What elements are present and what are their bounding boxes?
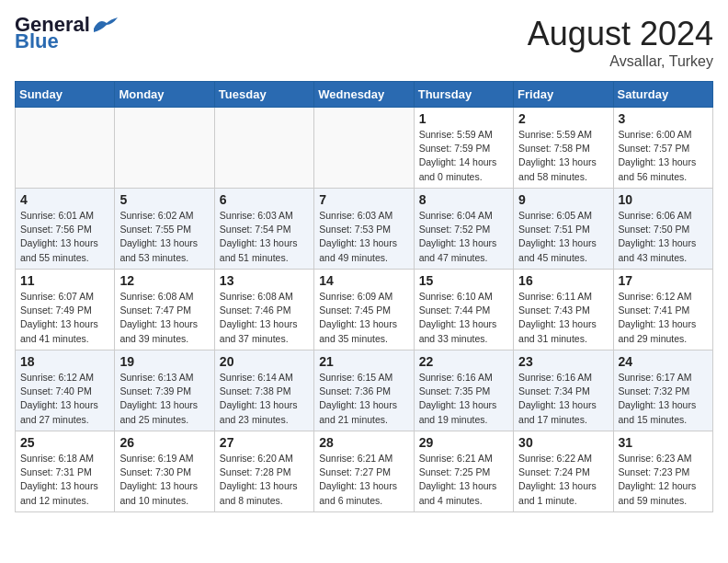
- day-number: 10: [619, 192, 708, 207]
- day-info: Sunrise: 6:07 AMSunset: 7:49 PMDaylight:…: [20, 290, 109, 346]
- day-info: Sunrise: 6:16 AMSunset: 7:34 PMDaylight:…: [518, 371, 608, 427]
- day-info: Sunrise: 5:59 AMSunset: 7:59 PMDaylight:…: [419, 128, 508, 184]
- day-info: Sunrise: 6:12 AMSunset: 7:41 PMDaylight:…: [619, 290, 708, 346]
- day-cell: 20 Sunrise: 6:14 AMSunset: 7:38 PMDaylig…: [214, 350, 313, 431]
- week-row-4: 18 Sunrise: 6:12 AMSunset: 7:40 PMDaylig…: [16, 350, 713, 431]
- day-number: 22: [419, 354, 508, 369]
- day-info: Sunrise: 6:05 AMSunset: 7:51 PMDaylight:…: [518, 209, 608, 265]
- day-number: 4: [20, 192, 109, 207]
- day-cell: 29 Sunrise: 6:21 AMSunset: 7:25 PMDaylig…: [414, 431, 513, 512]
- day-cell: 9 Sunrise: 6:05 AMSunset: 7:51 PMDayligh…: [514, 189, 613, 270]
- day-cell: 18 Sunrise: 6:12 AMSunset: 7:40 PMDaylig…: [16, 350, 115, 431]
- day-number: 5: [119, 192, 209, 207]
- day-cell: 11 Sunrise: 6:07 AMSunset: 7:49 PMDaylig…: [16, 270, 115, 350]
- logo-blue: Blue: [15, 31, 59, 52]
- day-number: 9: [518, 192, 608, 207]
- day-info: Sunrise: 6:16 AMSunset: 7:35 PMDaylight:…: [419, 371, 508, 427]
- day-cell: 2 Sunrise: 5:59 AMSunset: 7:58 PMDayligh…: [514, 108, 613, 189]
- day-cell: 25 Sunrise: 6:18 AMSunset: 7:31 PMDaylig…: [16, 431, 115, 512]
- day-cell: [16, 108, 115, 189]
- day-cell: 3 Sunrise: 6:00 AMSunset: 7:57 PMDayligh…: [613, 108, 712, 189]
- weekday-header-wednesday: Wednesday: [314, 82, 414, 108]
- day-info: Sunrise: 5:59 AMSunset: 7:58 PMDaylight:…: [518, 128, 608, 184]
- day-info: Sunrise: 6:03 AMSunset: 7:53 PMDaylight:…: [319, 209, 408, 265]
- day-cell: 1 Sunrise: 5:59 AMSunset: 7:59 PMDayligh…: [414, 108, 513, 189]
- header: General Blue August 2024 Avsallar, Turke…: [15, 15, 713, 70]
- weekday-header-saturday: Saturday: [613, 82, 712, 108]
- day-number: 14: [319, 273, 408, 288]
- day-info: Sunrise: 6:02 AMSunset: 7:55 PMDaylight:…: [119, 209, 209, 265]
- day-number: 7: [319, 192, 408, 207]
- day-cell: [314, 108, 414, 189]
- weekday-header-monday: Monday: [115, 82, 214, 108]
- week-row-3: 11 Sunrise: 6:07 AMSunset: 7:49 PMDaylig…: [16, 270, 713, 350]
- day-cell: 7 Sunrise: 6:03 AMSunset: 7:53 PMDayligh…: [314, 189, 414, 270]
- day-cell: 13 Sunrise: 6:08 AMSunset: 7:46 PMDaylig…: [214, 270, 313, 350]
- day-info: Sunrise: 6:15 AMSunset: 7:36 PMDaylight:…: [319, 371, 408, 427]
- day-cell: 27 Sunrise: 6:20 AMSunset: 7:28 PMDaylig…: [214, 431, 313, 512]
- day-info: Sunrise: 6:12 AMSunset: 7:40 PMDaylight:…: [20, 371, 109, 427]
- weekday-header-tuesday: Tuesday: [214, 82, 313, 108]
- day-number: 18: [20, 354, 109, 369]
- day-info: Sunrise: 6:17 AMSunset: 7:32 PMDaylight:…: [619, 371, 708, 427]
- day-number: 16: [518, 273, 608, 288]
- day-info: Sunrise: 6:08 AMSunset: 7:46 PMDaylight:…: [220, 290, 309, 346]
- day-info: Sunrise: 6:03 AMSunset: 7:54 PMDaylight:…: [220, 209, 309, 265]
- day-number: 13: [220, 273, 309, 288]
- day-number: 21: [319, 354, 408, 369]
- week-row-2: 4 Sunrise: 6:01 AMSunset: 7:56 PMDayligh…: [16, 189, 713, 270]
- title-area: August 2024 Avsallar, Turkey: [528, 15, 713, 70]
- weekday-header-friday: Friday: [514, 82, 613, 108]
- day-number: 26: [119, 435, 209, 450]
- day-cell: 17 Sunrise: 6:12 AMSunset: 7:41 PMDaylig…: [613, 270, 712, 350]
- day-number: 20: [220, 354, 309, 369]
- day-number: 23: [518, 354, 608, 369]
- month-title: August 2024: [528, 15, 713, 53]
- day-cell: 5 Sunrise: 6:02 AMSunset: 7:55 PMDayligh…: [115, 189, 214, 270]
- day-number: 24: [619, 354, 708, 369]
- day-number: 30: [518, 435, 608, 450]
- day-cell: 19 Sunrise: 6:13 AMSunset: 7:39 PMDaylig…: [115, 350, 214, 431]
- day-cell: 10 Sunrise: 6:06 AMSunset: 7:50 PMDaylig…: [613, 189, 712, 270]
- day-info: Sunrise: 6:21 AMSunset: 7:25 PMDaylight:…: [419, 452, 508, 508]
- day-info: Sunrise: 6:22 AMSunset: 7:24 PMDaylight:…: [518, 452, 608, 508]
- day-number: 25: [20, 435, 109, 450]
- day-info: Sunrise: 6:01 AMSunset: 7:56 PMDaylight:…: [20, 209, 109, 265]
- day-number: 19: [119, 354, 209, 369]
- day-cell: 6 Sunrise: 6:03 AMSunset: 7:54 PMDayligh…: [214, 189, 313, 270]
- day-cell: 30 Sunrise: 6:22 AMSunset: 7:24 PMDaylig…: [514, 431, 613, 512]
- day-cell: [214, 108, 313, 189]
- day-number: 3: [619, 111, 708, 126]
- day-cell: 26 Sunrise: 6:19 AMSunset: 7:30 PMDaylig…: [115, 431, 214, 512]
- day-number: 2: [518, 111, 608, 126]
- day-info: Sunrise: 6:11 AMSunset: 7:43 PMDaylight:…: [518, 290, 608, 346]
- day-info: Sunrise: 6:04 AMSunset: 7:52 PMDaylight:…: [419, 209, 508, 265]
- day-cell: 12 Sunrise: 6:08 AMSunset: 7:47 PMDaylig…: [115, 270, 214, 350]
- location: Avsallar, Turkey: [528, 53, 713, 70]
- day-cell: 8 Sunrise: 6:04 AMSunset: 7:52 PMDayligh…: [414, 189, 513, 270]
- day-cell: 14 Sunrise: 6:09 AMSunset: 7:45 PMDaylig…: [314, 270, 414, 350]
- weekday-header-row: SundayMondayTuesdayWednesdayThursdayFrid…: [16, 82, 713, 108]
- day-number: 15: [419, 273, 508, 288]
- day-cell: 21 Sunrise: 6:15 AMSunset: 7:36 PMDaylig…: [314, 350, 414, 431]
- day-number: 8: [419, 192, 508, 207]
- day-cell: 16 Sunrise: 6:11 AMSunset: 7:43 PMDaylig…: [514, 270, 613, 350]
- day-info: Sunrise: 6:09 AMSunset: 7:45 PMDaylight:…: [319, 290, 408, 346]
- day-info: Sunrise: 6:06 AMSunset: 7:50 PMDaylight:…: [619, 209, 708, 265]
- day-number: 17: [619, 273, 708, 288]
- day-info: Sunrise: 6:19 AMSunset: 7:30 PMDaylight:…: [119, 452, 209, 508]
- day-info: Sunrise: 6:14 AMSunset: 7:38 PMDaylight:…: [220, 371, 309, 427]
- day-number: 29: [419, 435, 508, 450]
- day-number: 31: [619, 435, 708, 450]
- day-info: Sunrise: 6:23 AMSunset: 7:23 PMDaylight:…: [619, 452, 708, 508]
- week-row-5: 25 Sunrise: 6:18 AMSunset: 7:31 PMDaylig…: [16, 431, 713, 512]
- day-cell: 24 Sunrise: 6:17 AMSunset: 7:32 PMDaylig…: [613, 350, 712, 431]
- weekday-header-thursday: Thursday: [414, 82, 513, 108]
- day-info: Sunrise: 6:10 AMSunset: 7:44 PMDaylight:…: [419, 290, 508, 346]
- logo: General Blue: [15, 15, 118, 52]
- day-cell: [115, 108, 214, 189]
- day-cell: 4 Sunrise: 6:01 AMSunset: 7:56 PMDayligh…: [16, 189, 115, 270]
- day-info: Sunrise: 6:08 AMSunset: 7:47 PMDaylight:…: [119, 290, 209, 346]
- day-info: Sunrise: 6:21 AMSunset: 7:27 PMDaylight:…: [319, 452, 408, 508]
- day-number: 27: [220, 435, 309, 450]
